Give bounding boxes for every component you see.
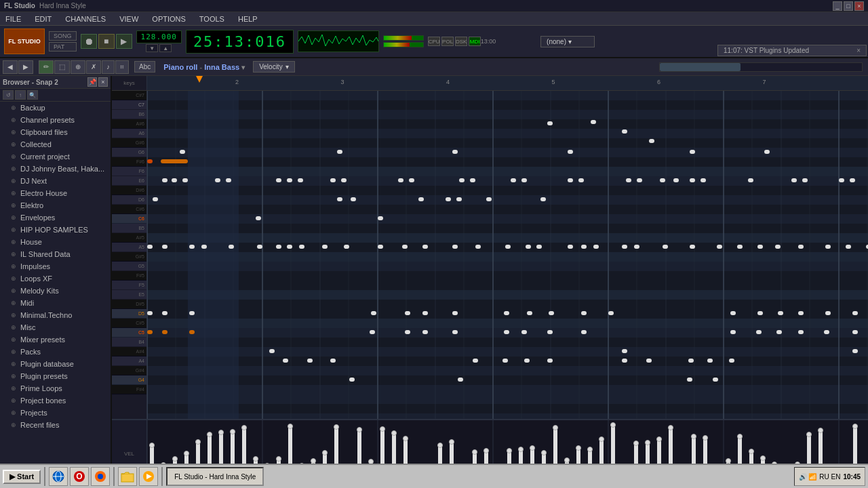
sidebar-item-plugin-database[interactable]: ⊕ Plugin database [0,358,111,370]
key-ds6[interactable]: D#6 [112,186,146,195]
sidebar-item-impulses[interactable]: ⊕ Impulses [0,260,111,272]
key-g6[interactable]: G6 [112,148,146,157]
disk-icon[interactable]: DSK [455,37,467,46]
key-d6[interactable]: D6 [112,195,146,205]
key-c5[interactable]: C5 [112,328,146,338]
start-button[interactable]: ▶ Start [3,470,41,484]
key-as5[interactable]: A#5 [112,233,146,243]
key-cs5[interactable]: C#5 [112,319,146,328]
key-b4[interactable]: B4 [112,338,146,347]
next-button[interactable]: ▶ [18,60,33,74]
song-mode-button[interactable]: SONG [49,31,77,41]
sidebar-item-midi[interactable]: ⊕ Midi [0,297,111,309]
key-f6[interactable]: F6 [112,167,146,176]
key-b5[interactable]: B5 [112,224,146,233]
sidebar-item-mixer-presets[interactable]: ⊕ Mixer presets [0,333,111,346]
pat-mode-button[interactable]: PAT [49,42,77,52]
sidebar-item-melody-kits[interactable]: ⊕ Melody Kits [0,285,111,297]
poly-icon[interactable]: POL [441,37,454,46]
browser-search-button[interactable]: 🔍 [27,90,38,100]
minimize-button[interactable]: _ [833,1,842,11]
key-e5[interactable]: E5 [112,290,146,300]
sidebar-item-collected[interactable]: ⊕ Collected [0,138,111,150]
snap-button[interactable]: Abc [134,61,155,73]
slice-tool[interactable]: ⌗ [115,60,129,74]
key-c7[interactable]: C7 [112,100,146,110]
plugin-selector[interactable]: (none) ▾ [540,36,595,47]
key-a4[interactable]: A4 [112,357,146,366]
sidebar-item-clipboard[interactable]: ⊕ Clipboard files [0,126,111,138]
menu-channels[interactable]: CHANNELS [62,14,108,24]
sidebar-item-project-bones[interactable]: ⊕ Project bones [0,394,111,407]
sidebar-item-prime-loops[interactable]: ⊕ Prime Loops [0,382,111,394]
pencil-tool[interactable]: ✏ [39,60,54,74]
sidebar-item-channel-presets[interactable]: ⊕ Channel presets [0,114,111,126]
key-c6[interactable]: C6 [112,214,146,224]
browser-refresh-button[interactable]: ↺ [3,90,14,100]
key-f5[interactable]: F5 [112,281,146,290]
key-gs4[interactable]: G#4 [112,366,146,375]
sidebar-item-recent-files[interactable]: ⊕ Recent files [0,419,111,431]
maximize-button[interactable]: □ [844,1,853,11]
play-button[interactable]: ▶ [116,34,132,49]
key-gs6[interactable]: G#6 [112,138,146,148]
key-g5[interactable]: G5 [112,262,146,271]
bpm-down-button[interactable]: ▼ [146,44,158,52]
taskbar-firefox-icon[interactable] [91,467,110,486]
sidebar-item-dj-johnny[interactable]: ⊕ DJ Johnny Beast, Haka... [0,163,111,175]
sidebar-item-packs[interactable]: ⊕ Packs [0,346,111,358]
key-as6[interactable]: A#6 [112,119,146,129]
key-d5[interactable]: D5 [112,309,146,319]
key-fs6[interactable]: F#6 [112,157,146,167]
sidebar-item-envelopes[interactable]: ⊕ Envelopes [0,211,111,224]
key-g4[interactable]: G4 [112,375,146,385]
sidebar-item-current-project[interactable]: ⊕ Current project [0,150,111,163]
prev-button[interactable]: ◀ [3,60,18,74]
browser-close-button[interactable]: × [98,77,108,87]
key-ds5[interactable]: D#5 [112,300,146,309]
view-mode-dropdown[interactable]: Velocity ▾ [253,61,294,73]
sidebar-item-house[interactable]: ⊕ House [0,236,111,248]
sidebar-item-minimal-techno[interactable]: ⊕ Minimal.Techno [0,309,111,321]
bpm-up-button[interactable]: ▲ [159,44,172,52]
sidebar-item-hip-hop[interactable]: ⊕ HIP HOP SAMPLES [0,224,111,236]
taskbar-ie-icon[interactable] [49,467,68,486]
browser-up-button[interactable]: ↑ [15,90,26,100]
select-tool[interactable]: ⬚ [54,60,70,74]
key-cs6[interactable]: C#6 [112,205,146,214]
menu-tools[interactable]: TOOLS [197,14,227,24]
menu-edit[interactable]: EDIT [32,14,54,24]
sidebar-item-loops-xf[interactable]: ⊕ Loops XF [0,272,111,285]
key-a6[interactable]: A6 [112,129,146,138]
menu-file[interactable]: FILE [3,14,24,24]
taskbar-media-icon[interactable] [139,467,158,486]
key-gs5[interactable]: G#5 [112,252,146,262]
menu-help[interactable]: HELP [235,14,260,24]
key-fs5[interactable]: F#5 [112,271,146,281]
grid-area[interactable] [147,91,868,419]
record-button[interactable]: ⏺ [81,34,97,49]
stop-button[interactable]: ■ [98,34,115,49]
close-button[interactable]: × [854,1,864,11]
key-e6[interactable]: E6 [112,176,146,186]
midi-icon[interactable]: MDI [469,37,481,46]
sidebar-item-plugin-presets[interactable]: ⊕ Plugin presets [0,370,111,382]
taskbar-fl-studio-window[interactable]: FL Studio - Hard Inna Style [166,467,264,486]
browser-pin-button[interactable]: 📌 [87,77,97,87]
sidebar-item-electro-house[interactable]: ⊕ Electro House [0,187,111,199]
sidebar-item-dj-next[interactable]: ⊕ DJ Next [0,175,111,187]
vst-close-button[interactable]: × [856,47,861,54]
key-b6[interactable]: B6 [112,110,146,119]
menu-view[interactable]: VIEW [117,14,141,24]
key-fs4[interactable]: F#4 [112,385,146,394]
sidebar-item-elektro[interactable]: ⊕ Elektro [0,199,111,211]
menu-options[interactable]: OPTIONS [149,14,189,24]
key-as4[interactable]: A#4 [112,347,146,357]
taskbar-opera-icon[interactable]: O [70,467,89,486]
sidebar-item-misc[interactable]: ⊕ Misc [0,321,111,333]
keys-panel[interactable]: C#7 C7 B6 A#6 A6 G#6 G6 F#6 F6 E6 D#6 D6… [112,91,147,419]
sidebar-item-il-shared[interactable]: ⊕ IL Shared Data [0,248,111,260]
cpu-icon[interactable]: CPU [428,37,440,46]
pr-scroll-bar[interactable] [659,62,863,72]
sidebar-item-projects[interactable]: ⊕ Projects [0,407,111,419]
